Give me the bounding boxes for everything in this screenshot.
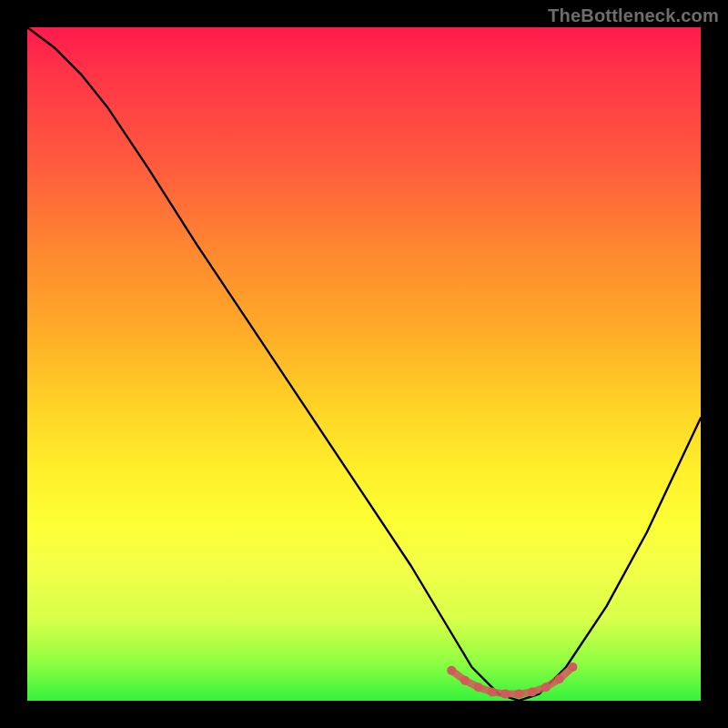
bottleneck-curve xyxy=(27,27,701,701)
marker-dot xyxy=(447,666,456,675)
marker-dot xyxy=(568,662,577,672)
marker-dot xyxy=(500,690,510,699)
plot-area xyxy=(27,27,701,701)
watermark-text: TheBottleneck.com xyxy=(548,5,719,26)
marker-dot xyxy=(541,682,551,692)
marker-dot xyxy=(460,676,470,685)
marker-dot xyxy=(528,687,537,696)
marker-dot xyxy=(555,674,564,683)
marker-dot xyxy=(514,690,523,699)
marker-band xyxy=(451,667,572,694)
marker-dot xyxy=(488,687,497,696)
marker-dot xyxy=(474,682,483,692)
chart-container: TheBottleneck.com xyxy=(0,0,728,728)
optimal-band-markers xyxy=(447,662,577,699)
chart-overlay xyxy=(27,27,701,701)
